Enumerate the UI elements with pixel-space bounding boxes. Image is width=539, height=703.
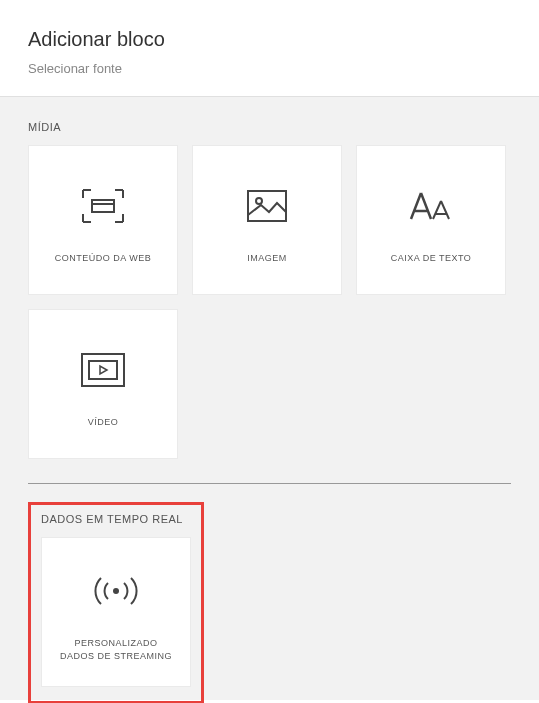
svg-rect-0	[92, 200, 114, 212]
tile-label: VÍDEO	[88, 416, 119, 429]
tile-text-box[interactable]: CAIXA DE TEXTO	[356, 145, 506, 295]
media-tile-grid: CONTEÚDO DA WEB IMAGEM CAIXA DE TEXTO	[28, 145, 511, 459]
svg-rect-5	[89, 361, 117, 379]
dialog-title: Adicionar bloco	[28, 28, 511, 51]
streaming-icon	[90, 561, 142, 621]
tile-image[interactable]: IMAGEM	[192, 145, 342, 295]
realtime-highlighted-section: DADOS EM TEMPO REAL PERSONALIZADO DADOS …	[28, 502, 204, 703]
svg-point-6	[113, 588, 119, 594]
web-content-icon	[81, 176, 125, 236]
tile-label: CAIXA DE TEXTO	[391, 252, 472, 265]
dialog-subtitle: Selecionar fonte	[28, 61, 511, 76]
section-label-media: MÍDIA	[28, 121, 511, 133]
dialog-content: MÍDIA CONTEÚDO DA WEB	[0, 97, 539, 700]
tile-label-line1: PERSONALIZADO	[74, 638, 157, 648]
video-icon	[81, 340, 125, 400]
image-icon	[247, 176, 287, 236]
tile-label: IMAGEM	[247, 252, 287, 265]
tile-label: PERSONALIZADO DADOS DE STREAMING	[60, 637, 172, 662]
svg-point-3	[256, 198, 262, 204]
dialog-header: Adicionar bloco Selecionar fonte	[0, 0, 539, 97]
tile-label-line2: DADOS DE STREAMING	[60, 651, 172, 661]
section-divider	[28, 483, 511, 484]
tile-video[interactable]: VÍDEO	[28, 309, 178, 459]
tile-web-content[interactable]: CONTEÚDO DA WEB	[28, 145, 178, 295]
section-label-realtime: DADOS EM TEMPO REAL	[41, 513, 191, 525]
tile-label: CONTEÚDO DA WEB	[55, 252, 152, 265]
tile-streaming-data[interactable]: PERSONALIZADO DADOS DE STREAMING	[41, 537, 191, 687]
text-box-icon	[408, 176, 454, 236]
